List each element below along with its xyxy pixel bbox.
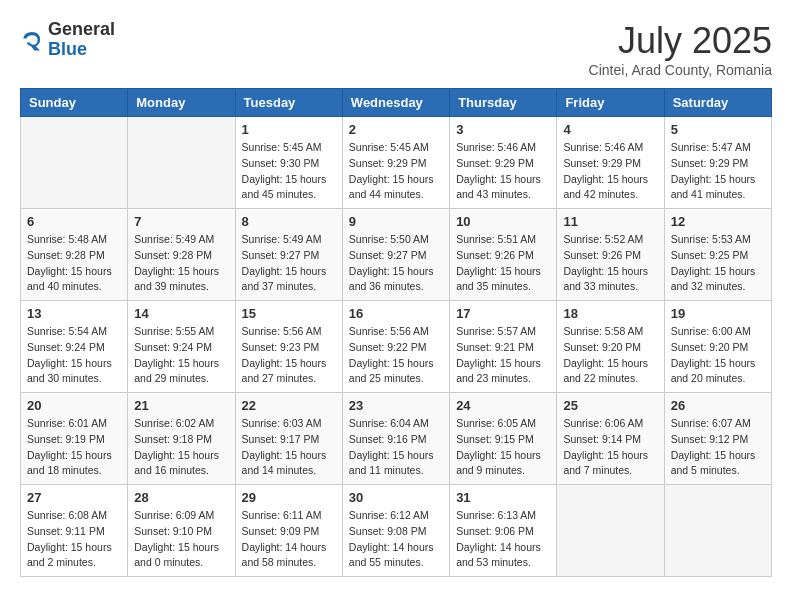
day-number: 24	[456, 398, 550, 413]
day-info: Sunrise: 5:54 AMSunset: 9:24 PMDaylight:…	[27, 324, 121, 387]
calendar-cell: 18Sunrise: 5:58 AMSunset: 9:20 PMDayligh…	[557, 301, 664, 393]
location-subtitle: Cintei, Arad County, Romania	[589, 62, 772, 78]
calendar-cell: 3Sunrise: 5:46 AMSunset: 9:29 PMDaylight…	[450, 117, 557, 209]
calendar-cell: 22Sunrise: 6:03 AMSunset: 9:17 PMDayligh…	[235, 393, 342, 485]
day-number: 1	[242, 122, 336, 137]
day-info: Sunrise: 5:46 AMSunset: 9:29 PMDaylight:…	[563, 140, 657, 203]
day-number: 15	[242, 306, 336, 321]
day-info: Sunrise: 5:47 AMSunset: 9:29 PMDaylight:…	[671, 140, 765, 203]
day-info: Sunrise: 5:55 AMSunset: 9:24 PMDaylight:…	[134, 324, 228, 387]
day-number: 9	[349, 214, 443, 229]
day-number: 19	[671, 306, 765, 321]
day-number: 10	[456, 214, 550, 229]
day-number: 8	[242, 214, 336, 229]
calendar-cell: 13Sunrise: 5:54 AMSunset: 9:24 PMDayligh…	[21, 301, 128, 393]
weekday-header-wednesday: Wednesday	[342, 89, 449, 117]
calendar-cell: 19Sunrise: 6:00 AMSunset: 9:20 PMDayligh…	[664, 301, 771, 393]
day-info: Sunrise: 6:01 AMSunset: 9:19 PMDaylight:…	[27, 416, 121, 479]
day-number: 22	[242, 398, 336, 413]
calendar-cell: 8Sunrise: 5:49 AMSunset: 9:27 PMDaylight…	[235, 209, 342, 301]
day-number: 12	[671, 214, 765, 229]
calendar-cell: 21Sunrise: 6:02 AMSunset: 9:18 PMDayligh…	[128, 393, 235, 485]
day-number: 28	[134, 490, 228, 505]
day-info: Sunrise: 5:50 AMSunset: 9:27 PMDaylight:…	[349, 232, 443, 295]
weekday-header-sunday: Sunday	[21, 89, 128, 117]
calendar-cell: 15Sunrise: 5:56 AMSunset: 9:23 PMDayligh…	[235, 301, 342, 393]
calendar-cell: 6Sunrise: 5:48 AMSunset: 9:28 PMDaylight…	[21, 209, 128, 301]
day-number: 4	[563, 122, 657, 137]
calendar-cell: 26Sunrise: 6:07 AMSunset: 9:12 PMDayligh…	[664, 393, 771, 485]
day-number: 7	[134, 214, 228, 229]
calendar-header-row: SundayMondayTuesdayWednesdayThursdayFrid…	[21, 89, 772, 117]
day-info: Sunrise: 6:05 AMSunset: 9:15 PMDaylight:…	[456, 416, 550, 479]
day-info: Sunrise: 6:12 AMSunset: 9:08 PMDaylight:…	[349, 508, 443, 571]
day-info: Sunrise: 5:49 AMSunset: 9:27 PMDaylight:…	[242, 232, 336, 295]
day-info: Sunrise: 5:53 AMSunset: 9:25 PMDaylight:…	[671, 232, 765, 295]
day-number: 27	[27, 490, 121, 505]
calendar-cell: 23Sunrise: 6:04 AMSunset: 9:16 PMDayligh…	[342, 393, 449, 485]
day-info: Sunrise: 5:57 AMSunset: 9:21 PMDaylight:…	[456, 324, 550, 387]
calendar-table: SundayMondayTuesdayWednesdayThursdayFrid…	[20, 88, 772, 577]
calendar-week-row: 20Sunrise: 6:01 AMSunset: 9:19 PMDayligh…	[21, 393, 772, 485]
calendar-cell: 14Sunrise: 5:55 AMSunset: 9:24 PMDayligh…	[128, 301, 235, 393]
calendar-cell: 12Sunrise: 5:53 AMSunset: 9:25 PMDayligh…	[664, 209, 771, 301]
logo-icon	[20, 28, 44, 52]
calendar-cell	[664, 485, 771, 577]
title-block: July 2025 Cintei, Arad County, Romania	[589, 20, 772, 78]
day-number: 14	[134, 306, 228, 321]
day-number: 3	[456, 122, 550, 137]
day-info: Sunrise: 6:07 AMSunset: 9:12 PMDaylight:…	[671, 416, 765, 479]
logo-blue: Blue	[48, 40, 115, 60]
calendar-cell: 7Sunrise: 5:49 AMSunset: 9:28 PMDaylight…	[128, 209, 235, 301]
day-info: Sunrise: 5:58 AMSunset: 9:20 PMDaylight:…	[563, 324, 657, 387]
calendar-cell: 1Sunrise: 5:45 AMSunset: 9:30 PMDaylight…	[235, 117, 342, 209]
day-number: 21	[134, 398, 228, 413]
weekday-header-friday: Friday	[557, 89, 664, 117]
day-number: 17	[456, 306, 550, 321]
day-info: Sunrise: 6:11 AMSunset: 9:09 PMDaylight:…	[242, 508, 336, 571]
day-info: Sunrise: 5:56 AMSunset: 9:22 PMDaylight:…	[349, 324, 443, 387]
calendar-week-row: 27Sunrise: 6:08 AMSunset: 9:11 PMDayligh…	[21, 485, 772, 577]
calendar-cell: 4Sunrise: 5:46 AMSunset: 9:29 PMDaylight…	[557, 117, 664, 209]
day-number: 20	[27, 398, 121, 413]
logo: General Blue	[20, 20, 115, 60]
weekday-header-thursday: Thursday	[450, 89, 557, 117]
calendar-cell: 27Sunrise: 6:08 AMSunset: 9:11 PMDayligh…	[21, 485, 128, 577]
calendar-cell: 25Sunrise: 6:06 AMSunset: 9:14 PMDayligh…	[557, 393, 664, 485]
day-number: 6	[27, 214, 121, 229]
day-info: Sunrise: 5:52 AMSunset: 9:26 PMDaylight:…	[563, 232, 657, 295]
day-number: 2	[349, 122, 443, 137]
day-number: 30	[349, 490, 443, 505]
day-info: Sunrise: 6:03 AMSunset: 9:17 PMDaylight:…	[242, 416, 336, 479]
day-number: 31	[456, 490, 550, 505]
day-info: Sunrise: 6:08 AMSunset: 9:11 PMDaylight:…	[27, 508, 121, 571]
day-info: Sunrise: 5:45 AMSunset: 9:29 PMDaylight:…	[349, 140, 443, 203]
calendar-cell	[557, 485, 664, 577]
calendar-cell: 24Sunrise: 6:05 AMSunset: 9:15 PMDayligh…	[450, 393, 557, 485]
calendar-cell: 30Sunrise: 6:12 AMSunset: 9:08 PMDayligh…	[342, 485, 449, 577]
logo-text: General Blue	[48, 20, 115, 60]
page-header: General Blue July 2025 Cintei, Arad Coun…	[20, 20, 772, 78]
calendar-cell: 11Sunrise: 5:52 AMSunset: 9:26 PMDayligh…	[557, 209, 664, 301]
calendar-cell: 16Sunrise: 5:56 AMSunset: 9:22 PMDayligh…	[342, 301, 449, 393]
day-number: 16	[349, 306, 443, 321]
day-info: Sunrise: 6:13 AMSunset: 9:06 PMDaylight:…	[456, 508, 550, 571]
weekday-header-tuesday: Tuesday	[235, 89, 342, 117]
calendar-cell: 29Sunrise: 6:11 AMSunset: 9:09 PMDayligh…	[235, 485, 342, 577]
weekday-header-monday: Monday	[128, 89, 235, 117]
day-info: Sunrise: 5:46 AMSunset: 9:29 PMDaylight:…	[456, 140, 550, 203]
calendar-cell: 28Sunrise: 6:09 AMSunset: 9:10 PMDayligh…	[128, 485, 235, 577]
calendar-cell	[128, 117, 235, 209]
calendar-cell: 2Sunrise: 5:45 AMSunset: 9:29 PMDaylight…	[342, 117, 449, 209]
day-number: 26	[671, 398, 765, 413]
day-number: 25	[563, 398, 657, 413]
day-info: Sunrise: 6:06 AMSunset: 9:14 PMDaylight:…	[563, 416, 657, 479]
day-number: 11	[563, 214, 657, 229]
day-number: 18	[563, 306, 657, 321]
calendar-cell: 10Sunrise: 5:51 AMSunset: 9:26 PMDayligh…	[450, 209, 557, 301]
day-info: Sunrise: 6:09 AMSunset: 9:10 PMDaylight:…	[134, 508, 228, 571]
calendar-cell: 9Sunrise: 5:50 AMSunset: 9:27 PMDaylight…	[342, 209, 449, 301]
weekday-header-saturday: Saturday	[664, 89, 771, 117]
day-info: Sunrise: 5:45 AMSunset: 9:30 PMDaylight:…	[242, 140, 336, 203]
calendar-week-row: 13Sunrise: 5:54 AMSunset: 9:24 PMDayligh…	[21, 301, 772, 393]
